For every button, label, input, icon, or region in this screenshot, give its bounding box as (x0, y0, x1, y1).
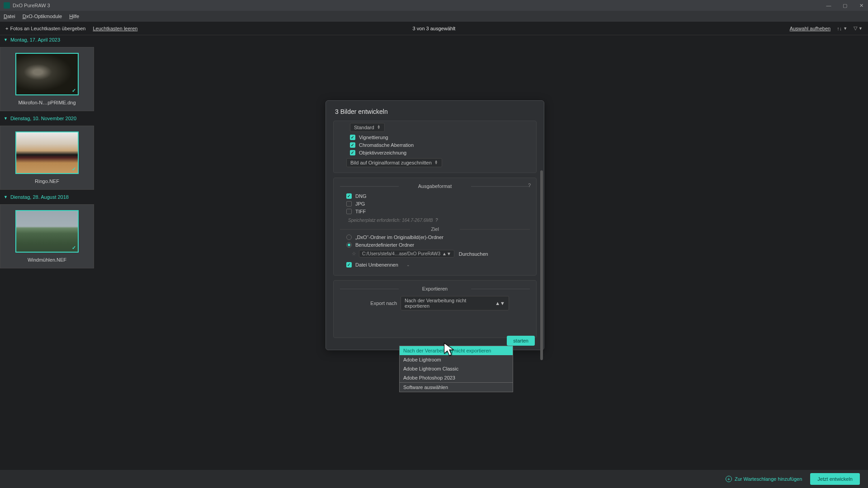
date-group: ▼ Montag, 17. April 2023 ✓ Mikrofon-N…pP… (0, 35, 96, 114)
develop-dialog: 3 Bilder entwickeln Standard ▲▼ Vignetti… (326, 100, 544, 350)
storage-hint: Speicherplatz erforderlich: 164.7-267.6M… (348, 218, 433, 223)
add-to-queue-button[interactable]: Zur Warteschlange hinzufügen (726, 476, 802, 482)
date-header[interactable]: ▼ Dienstag, 10. November 2020 (0, 114, 96, 123)
date-group: ▼ Dienstag, 28. August 2018 ✓ Windmühlen… (0, 192, 96, 271)
thumbnail-card[interactable]: ✓ Windmühlen.NEF (0, 204, 94, 268)
panel-title: Exportieren (340, 286, 530, 291)
checkbox-dng[interactable] (346, 193, 352, 199)
menu-help[interactable]: Hilfe (69, 14, 79, 19)
dialog-title: 3 Bilder entwickeln (326, 101, 544, 121)
check-icon: ✓ (72, 245, 76, 251)
panel-output: ? Ausgabeformat DNG JPG TIFF Speicherpla… (333, 178, 537, 276)
bottom-bar: Zur Warteschlange hinzufügen Jetzt entwi… (0, 470, 868, 488)
dropdown-item-pick[interactable]: Software auswählen (400, 382, 513, 392)
toolbar: + Fotos an Leuchtkasten übergeben Leucht… (0, 22, 868, 35)
dropdown-item-lightroom-classic[interactable]: Adobe Lightroom Classic (400, 364, 513, 373)
sort-icon: ↑↓ (837, 26, 842, 31)
thumbnail-image: ✓ (15, 210, 79, 253)
updown-icon: ▲▼ (442, 251, 451, 256)
plus-icon: + (5, 26, 8, 31)
export-select[interactable]: Nach der Verarbeitung nicht exportieren … (401, 296, 509, 310)
sort-button[interactable]: ↑↓▼ (837, 26, 847, 31)
filter-button[interactable]: ▽▼ (854, 25, 863, 31)
thumbnail-card[interactable]: ✓ Ringo.NEF (0, 126, 94, 190)
scrollbar[interactable] (540, 170, 543, 360)
chevron-down-icon[interactable]: ⌄ (406, 263, 410, 267)
menubar: Datei DxO-Optikmodule Hilfe (0, 11, 868, 22)
path-display[interactable]: C:/Users/stefa/4…ase/DxO PureRAW3 ▲▼ (359, 250, 454, 258)
develop-now-button[interactable]: Jetzt entwickeln (810, 473, 860, 485)
star-icon[interactable]: ☆ (352, 251, 356, 257)
updown-icon: ▲▼ (495, 300, 505, 306)
checkbox-tiff[interactable] (346, 209, 352, 214)
dropdown-item-none[interactable]: Nach der Verarbeitung nicht exportieren (400, 346, 513, 355)
minimize-button[interactable]: — (826, 2, 832, 9)
thumbnail-label: Ringo.NEF (35, 178, 59, 184)
app-icon (4, 2, 10, 9)
dropdown-item-photoshop[interactable]: Adobe Photoshop 2023 (400, 373, 513, 382)
chevron-down-icon: ▼ (843, 26, 847, 31)
export-label: Export nach (361, 300, 397, 306)
dropdown-item-lightroom[interactable]: Adobe Lightroom (400, 355, 513, 364)
caret-down-icon: ▼ (4, 38, 8, 42)
menu-file[interactable]: Datei (4, 14, 15, 19)
caret-down-icon: ▼ (4, 195, 8, 199)
thumbnail-card[interactable]: ✓ Mikrofon-N…pPRIME.dng (0, 47, 94, 111)
date-group: ▼ Dienstag, 10. November 2020 ✓ Ringo.NE… (0, 114, 96, 192)
start-button[interactable]: starten (507, 336, 535, 346)
deselect-button[interactable]: Auswahl aufheben (790, 26, 831, 31)
app-title: DxO PureRAW 3 (13, 3, 50, 8)
panel-title: Ausgabeformat (340, 183, 530, 189)
sub-title-destination: Ziel (340, 226, 530, 232)
checkbox-chroma[interactable] (350, 142, 355, 148)
thumbnail-image: ✓ (15, 131, 79, 174)
panel-corrections: Standard ▲▼ Vignettierung Chromatische A… (333, 121, 537, 173)
date-header[interactable]: ▼ Dienstag, 28. August 2018 (0, 192, 96, 202)
check-icon: ✓ (72, 166, 76, 172)
add-photos-button[interactable]: + Fotos an Leuchtkasten übergeben (5, 26, 85, 31)
checkbox-rename[interactable] (346, 262, 352, 267)
browse-button[interactable]: Durchsuchen (459, 251, 488, 257)
close-button[interactable]: ✕ (858, 2, 864, 9)
clear-lightbox-button[interactable]: Leuchtkasten leeren (93, 26, 137, 31)
preset-select[interactable]: Standard ▲▼ (350, 123, 385, 132)
radio-dxo-folder[interactable] (346, 235, 352, 240)
updown-icon: ▲▼ (434, 160, 438, 165)
window-controls: — ▢ ✕ (826, 2, 864, 9)
checkbox-vignetting[interactable] (350, 135, 355, 140)
crop-select[interactable]: Bild auf Originalformat zugeschnitten ▲▼ (346, 158, 442, 167)
export-dropdown: Nach der Verarbeitung nicht exportieren … (399, 346, 513, 392)
radio-custom-folder[interactable] (346, 242, 352, 248)
thumbnail-label: Windmühlen.NEF (28, 257, 66, 263)
sidebar: ▼ Montag, 17. April 2023 ✓ Mikrofon-N…pP… (0, 35, 96, 470)
menu-modules[interactable]: DxO-Optikmodule (23, 14, 62, 19)
panel-export: Exportieren Export nach Nach der Verarbe… (333, 280, 537, 338)
caret-down-icon: ▼ (4, 116, 8, 121)
thumbnail-label: Mikrofon-N…pPRIME.dng (18, 100, 75, 105)
titlebar: DxO PureRAW 3 — ▢ ✕ (0, 0, 868, 11)
help-icon[interactable]: ? (435, 218, 438, 223)
maximize-button[interactable]: ▢ (842, 2, 848, 9)
chevron-down-icon: ▼ (859, 26, 863, 31)
checkbox-jpg[interactable] (346, 201, 352, 206)
selection-status: 3 von 3 ausgewählt (413, 26, 456, 31)
checkbox-distortion[interactable] (350, 150, 355, 155)
thumbnail-image: ✓ (15, 53, 79, 95)
funnel-icon: ▽ (854, 25, 857, 31)
updown-icon: ▲▼ (377, 125, 381, 130)
date-header[interactable]: ▼ Montag, 17. April 2023 (0, 35, 96, 44)
check-icon: ✓ (72, 88, 76, 94)
